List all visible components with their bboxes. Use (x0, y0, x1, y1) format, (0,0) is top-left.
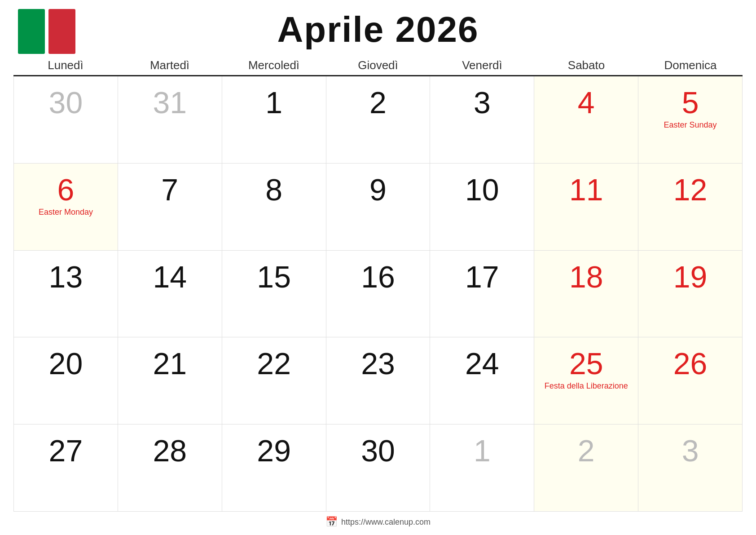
day-num: 9 (369, 174, 387, 205)
cell-apr24: 24 (430, 337, 534, 424)
day-num: 28 (153, 435, 187, 466)
day-num: 10 (465, 174, 499, 205)
day-num: 8 (265, 174, 282, 205)
cell-apr18: 18 (534, 251, 638, 338)
cell-apr20: 20 (14, 337, 118, 424)
calendar-title: Aprile 2026 (277, 9, 479, 50)
cell-apr22: 22 (222, 337, 326, 424)
easter-monday-label: Easter Monday (39, 208, 93, 217)
cell-may1: 1 (430, 424, 534, 512)
day-num: 27 (49, 435, 83, 466)
cell-may2: 2 (534, 424, 638, 512)
cell-apr21: 21 (118, 337, 222, 424)
cell-apr6: 6 Easter Monday (14, 164, 118, 251)
day-num: 18 (569, 261, 603, 292)
cell-apr10: 10 (430, 164, 534, 251)
cell-apr12: 12 (638, 164, 743, 251)
cell-mar30: 30 (14, 76, 118, 164)
day-num: 19 (673, 261, 708, 292)
day-num: 29 (257, 435, 291, 466)
day-header-ven: Venerdì (430, 55, 534, 75)
flag-red-stripe (48, 9, 75, 54)
easter-sunday-label: Easter Sunday (664, 120, 717, 130)
day-num: 4 (578, 87, 595, 118)
day-num: 13 (49, 261, 83, 292)
day-num: 15 (257, 261, 291, 292)
cell-apr15: 15 (222, 251, 326, 338)
day-header-sab: Sabato (534, 55, 638, 75)
cell-apr5: 5 Easter Sunday (638, 76, 743, 164)
day-num: 1 (474, 435, 491, 466)
day-num: 6 (57, 174, 75, 205)
day-num: 7 (161, 174, 178, 205)
cell-apr25: 25 Festa della Liberazione (534, 337, 638, 424)
day-header-mar: Martedì (118, 55, 222, 75)
calendar-icon: 📅 (325, 516, 338, 528)
flag-green-stripe (18, 9, 45, 54)
day-header-mer: Mercoledì (222, 55, 326, 75)
day-header-gio: Giovedì (326, 55, 430, 75)
cell-apr23: 23 (326, 337, 431, 424)
cell-apr1: 1 (222, 76, 326, 164)
day-num: 14 (153, 261, 187, 292)
day-num: 16 (361, 261, 395, 292)
day-num: 3 (474, 87, 491, 118)
cell-apr8: 8 (222, 164, 326, 251)
cell-apr7: 7 (118, 164, 222, 251)
cell-apr30: 30 (326, 424, 431, 512)
cell-apr3: 3 (430, 76, 534, 164)
day-num: 25 (569, 348, 603, 379)
day-headers-row: Lunedì Martedì Mercoledì Giovedì Venerdì… (13, 55, 743, 76)
day-num: 24 (465, 348, 499, 379)
day-num: 22 (257, 348, 291, 379)
cell-apr11: 11 (534, 164, 638, 251)
day-num: 2 (578, 435, 595, 466)
day-num: 1 (265, 87, 282, 118)
cell-apr14: 14 (118, 251, 222, 338)
day-num: 17 (465, 261, 499, 292)
day-num: 3 (682, 435, 699, 466)
cell-apr28: 28 (118, 424, 222, 512)
day-num: 11 (569, 174, 603, 205)
cell-apr16: 16 (326, 251, 431, 338)
footer: 📅 https://www.calenup.com (13, 512, 743, 531)
website-url: https://www.calenup.com (341, 517, 431, 527)
cell-mar31: 31 (118, 76, 222, 164)
cell-apr2: 2 (326, 76, 431, 164)
day-num: 5 (682, 87, 699, 118)
day-num: 20 (49, 348, 83, 379)
cell-apr27: 27 (14, 424, 118, 512)
cell-apr26: 26 (638, 337, 743, 424)
cell-apr19: 19 (638, 251, 743, 338)
calendar-page: Aprile 2026 Lunedì Martedì Mercoledì Gio… (0, 0, 756, 535)
day-header-lun: Lunedì (13, 55, 118, 75)
day-header-dom: Domenica (638, 55, 743, 75)
cell-apr29: 29 (222, 424, 326, 512)
day-num: 30 (49, 87, 83, 118)
day-num: 26 (673, 348, 708, 379)
day-num: 23 (361, 348, 395, 379)
header: Aprile 2026 (13, 9, 743, 50)
cell-apr4: 4 (534, 76, 638, 164)
festa-liberazione-label: Festa della Liberazione (545, 381, 628, 391)
day-num: 12 (673, 174, 708, 205)
day-num: 2 (369, 87, 387, 118)
calendar-grid: 30 31 1 2 3 4 5 Easter Sunday 6 Easter M… (13, 76, 743, 512)
day-num: 30 (361, 435, 395, 466)
italian-flag (18, 9, 75, 54)
cell-apr17: 17 (430, 251, 534, 338)
day-num: 31 (153, 87, 187, 118)
cell-apr13: 13 (14, 251, 118, 338)
cell-apr9: 9 (326, 164, 431, 251)
day-num: 21 (153, 348, 187, 379)
cell-may3: 3 (638, 424, 743, 512)
